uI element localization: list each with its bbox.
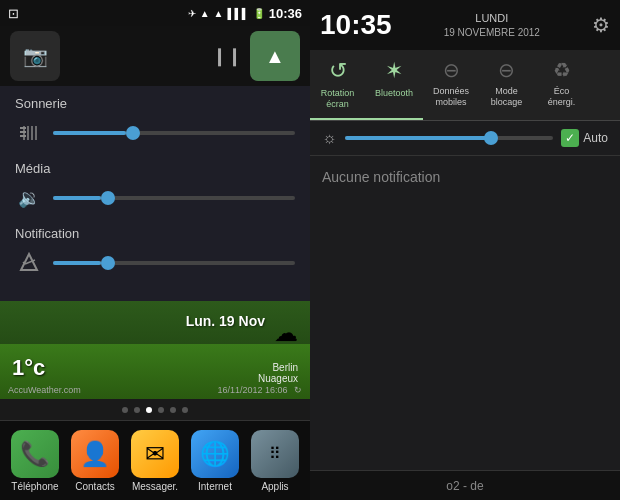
applis-label: Applis [261,481,288,492]
eco-icon: ♻ [553,58,571,82]
app-applis[interactable]: ⠿ Applis [251,430,299,492]
left-status-icons: ✈ ▲ ▲ ▌▌▌ 🔋 10:36 [188,6,302,21]
carrier-bar: o2 - de [310,470,620,500]
notifications-area: Aucune notification [310,156,620,470]
rotation-label: Rotationécran [321,88,355,110]
pause-indicator: ❙❙ [212,45,242,67]
maps-icon: ▲ [265,45,285,68]
camera-icon: 📷 [23,44,48,68]
dot-5[interactable] [170,407,176,413]
bluetooth-icon: ✶ [385,58,403,84]
volume-panel: Sonnerie [0,86,310,301]
battery-icon: 🔋 [253,8,265,19]
weather-location: Berlin Nuageux [258,362,298,384]
toggle-block[interactable]: ⊖ Modeblocage [479,50,534,120]
carrier-text: o2 - de [446,479,483,493]
sonnerie-icon [15,119,43,147]
weather-date: Lun. 19 Nov [186,313,265,329]
media-icon: 🔉 [15,184,43,212]
auto-checkbox[interactable]: ✓ Auto [561,129,608,147]
app-internet[interactable]: 🌐 Internet [191,430,239,492]
dot-6[interactable] [182,407,188,413]
wifi-icon: ▲ [214,8,224,19]
media-slider[interactable] [53,196,295,200]
right-date: 19 NOVEMBRE 2012 [444,26,540,39]
right-header: 10:35 LUNDI 19 NOVEMBRE 2012 ⚙ [310,0,620,50]
no-notification-label: Aucune notification [322,169,440,185]
app-messages[interactable]: ✉ Messager. [131,430,179,492]
toggle-eco[interactable]: ♻ Écoénergi. [534,50,589,120]
rotation-icon: ↺ [329,58,347,84]
refresh-icon[interactable]: ↻ [294,385,302,395]
brightness-slider[interactable] [345,136,554,140]
weather-update-date: 16/11/2012 16:06 ↻ [217,385,302,395]
block-label: Modeblocage [491,86,523,108]
checkbox-checkmark: ✓ [561,129,579,147]
dot-4[interactable] [158,407,164,413]
toggle-data[interactable]: ⊖ Donnéesmobiles [423,50,479,120]
messages-icon: ✉ [131,430,179,478]
block-icon: ⊖ [498,58,515,82]
messages-label: Messager. [132,481,178,492]
page-dots [0,399,310,421]
quick-toggles: ↺ Rotationécran ✶ Bluetooth ⊖ Donnéesmob… [310,50,620,121]
internet-icon: 🌐 [191,430,239,478]
left-screenshot-icon: ⊡ [8,6,19,21]
notification-icon [15,249,43,277]
bottom-apps-bar: 📞 Téléphone 👤 Contacts ✉ Messager. 🌐 Int… [0,420,310,500]
internet-label: Internet [198,481,232,492]
auto-label: Auto [583,131,608,145]
data-icon: ⊖ [443,58,460,82]
contacts-icon: 👤 [71,430,119,478]
camera-shortcut[interactable]: 📷 [10,31,60,81]
maps-shortcut[interactable]: ▲ [250,31,300,81]
weather-temp: 1°c [12,355,45,381]
accuweather-label: AccuWeather.com [8,385,81,395]
notification-slider[interactable] [53,261,295,265]
sonnerie-section: Sonnerie [15,96,295,147]
weather-condition: Nuageux [258,373,298,384]
weather-widget: Lun. 19 Nov ☁ 1°c Berlin Nuageux AccuWea… [0,301,310,399]
eco-label: Écoénergi. [548,86,576,108]
bluetooth-label: Bluetooth [375,88,413,99]
notification-label: Notification [15,226,295,241]
settings-icon[interactable]: ⚙ [592,13,610,37]
weather-city: Berlin [258,362,298,373]
contacts-label: Contacts [75,481,114,492]
data-label: Donnéesmobiles [433,86,469,108]
applis-icon: ⠿ [251,430,299,478]
left-panel: ⊡ ✈ ▲ ▲ ▌▌▌ 🔋 10:36 📷 ❙❙ ▲ Sonnerie [0,0,310,500]
brightness-icon: ☼ [322,129,337,147]
media-label: Média [15,161,295,176]
toggle-rotation[interactable]: ↺ Rotationécran [310,50,365,120]
left-status-bar: ⊡ ✈ ▲ ▲ ▌▌▌ 🔋 10:36 [0,0,310,26]
telephone-icon: 📞 [11,430,59,478]
sonnerie-label: Sonnerie [15,96,295,111]
right-day: LUNDI [444,11,540,25]
toggle-bluetooth[interactable]: ✶ Bluetooth [365,50,423,120]
left-time: 10:36 [269,6,302,21]
bars-icon: ▌▌▌ [227,8,248,19]
dot-1[interactable] [122,407,128,413]
right-date-block: LUNDI 19 NOVEMBRE 2012 [444,11,540,38]
app-shortcuts-bar: 📷 ❙❙ ▲ [0,26,310,86]
telephone-label: Téléphone [11,481,58,492]
signal-icon: ▲ [200,8,210,19]
app-contacts[interactable]: 👤 Contacts [71,430,119,492]
notification-section: Notification [15,226,295,277]
media-section: Média 🔉 [15,161,295,212]
sonnerie-slider[interactable] [53,131,295,135]
dot-3[interactable] [146,407,152,413]
airplane-icon: ✈ [188,8,196,19]
right-time: 10:35 [320,9,392,41]
weather-cloud: ☁ [274,319,298,347]
brightness-row: ☼ ✓ Auto [310,121,620,156]
app-telephone[interactable]: 📞 Téléphone [11,430,59,492]
dot-2[interactable] [134,407,140,413]
right-panel: 10:35 LUNDI 19 NOVEMBRE 2012 ⚙ ↺ Rotatio… [310,0,620,500]
